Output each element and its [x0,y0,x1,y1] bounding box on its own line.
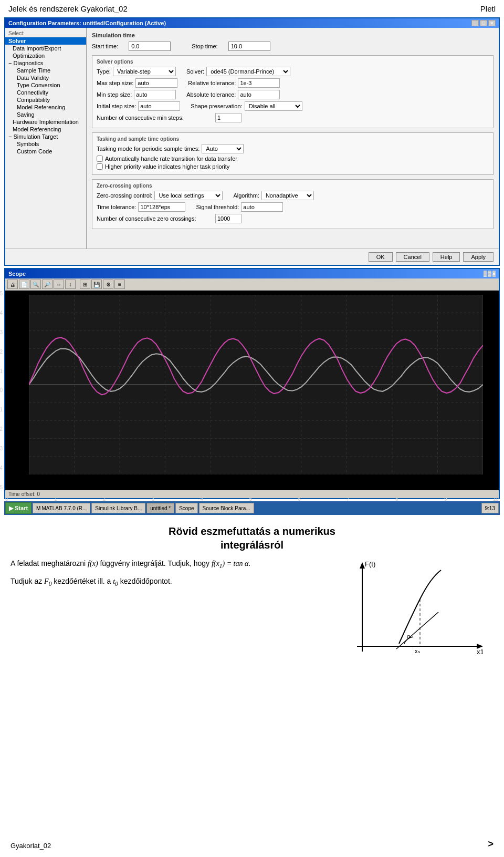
tasking-mode-label: Tasking mode for periodic sample times: [97,146,200,152]
sidebar-item-simulation-target[interactable]: − Simulation Target [5,133,86,140]
config-main: Simulation time Start time: Stop time: S… [87,28,499,249]
scope-y-labels: 5 4 3 2 1 0 -1 -2 -3 -4 -5 [0,291,3,490]
scope-legend-button[interactable]: ≡ [114,280,125,289]
taskbar-scope-label: Scope [179,505,194,511]
rel-tol-input[interactable] [238,78,280,88]
init-step-input[interactable] [138,101,180,111]
tasking-mode-select[interactable]: Auto [202,144,244,153]
taskbar-time: 9:13 [481,503,499,513]
taskbar-source-button[interactable]: Source Block Para... [199,503,254,513]
config-sidebar: Select: Solver Data Import/Export Optimi… [5,28,87,249]
min-step-pair: Min step size: [97,90,176,99]
scope-print-button[interactable]: 🖨 [7,280,18,289]
sidebar-item-optimization[interactable]: Optimization [5,52,86,59]
math-t0: t0 [113,577,118,585]
type-select[interactable]: Variable-step [113,67,176,76]
init-step-label: Initial step size: [97,103,136,109]
header-right-label: Pletl [480,4,496,13]
solver-select[interactable]: ode45 (Dormand-Prince) [206,67,290,76]
sidebar-item-saving[interactable]: Saving [5,111,86,118]
abs-tol-input[interactable] [238,90,280,99]
cancel-button[interactable]: Cancel [396,252,429,262]
scope-zoom-out-button[interactable]: 🔎 [42,280,52,289]
scope-save-button[interactable]: 💾 [91,280,102,289]
auto-rate-checkbox[interactable] [97,156,103,162]
sidebar-item-connectivity[interactable]: Connectivity [5,89,86,96]
svg-line-32 [396,612,438,649]
help-button[interactable]: Help [433,252,460,262]
taskbar-time-value: 9:13 [485,505,495,511]
config-title: Configuration Parameters: untitled/Confi… [8,20,166,26]
taskbar-matlab-button[interactable]: M MATLAB 7.7.0 (R... [33,503,90,513]
start-button[interactable]: ▶ Start [5,502,32,514]
config-close-button[interactable]: × [488,20,496,26]
taskbar-untitled-button[interactable]: untitled * [146,503,174,513]
min-step-input[interactable] [134,90,176,99]
zero-control-select[interactable]: Use local settings [154,191,223,200]
stop-time-input[interactable] [228,42,270,51]
time-tol-input[interactable] [138,202,185,212]
stop-time-label: Stop time: [192,43,218,49]
sidebar-select-label: Select: [5,30,86,37]
solver-options-label: Solver options [97,59,489,65]
ok-button[interactable]: OK [369,252,393,262]
consec-zero-input[interactable] [215,214,242,223]
sidebar-item-model-referencing-sub[interactable]: Model Referencing [5,104,86,111]
taskbar-simulink-button[interactable]: Simulink Library B... [91,503,145,513]
sidebar-item-custom-code[interactable]: Custom Code [5,148,86,155]
sidebar-item-hardware[interactable]: Hardware Implementation [5,118,86,126]
paragraph2: Tudjuk az F0 kezdőértéket ill. a t0 kezd… [10,575,336,590]
text-col: A feladat meghatározni f(x) függvény int… [10,557,336,590]
scope-autoscale-button[interactable]: ⊞ [80,280,90,289]
config-title-bar: Configuration Parameters: untitled/Confi… [5,18,499,28]
taskbar-scope-button[interactable]: Scope [175,503,197,513]
rel-tol-pair: Relative tolerance: [188,78,280,88]
consec-min-input[interactable] [215,113,242,122]
svg-text:x1: x1 [477,648,483,656]
sidebar-item-type-conversion[interactable]: Type Conversion [5,81,86,89]
sidebar-item-symbols[interactable]: Symbols [5,140,86,148]
sidebar-item-diagnostics[interactable]: − Diagnostics [5,59,86,67]
shape-pres-select[interactable]: Disable all [245,101,302,111]
sidebar-item-data-validity[interactable]: Data Validity [5,74,86,81]
signal-thresh-input[interactable] [241,202,283,212]
zero-crossing-label: Zero-crossing options [97,183,489,189]
scope-title: Scope [8,271,26,277]
sidebar-item-model-referencing[interactable]: Model Referencing [5,126,86,133]
scope-restore-button[interactable]: □ [488,271,491,277]
scope-zoomx-button[interactable]: ↔ [54,280,64,289]
content-section: Rövid eszmefuttatás a numerikus integrál… [0,519,504,669]
heading-line1: Rövid eszmefuttatás a numerikus [169,525,335,537]
consec-zero-row: Number of consecutive zero crossings: [97,214,489,223]
sidebar-item-data-import[interactable]: Data Import/Export [5,45,86,52]
math-fx: f(x) [88,560,98,567]
rel-tol-label: Relative tolerance: [188,80,236,86]
signal-thresh-label: Signal threshold: [196,204,239,210]
scope-minimize-button[interactable]: _ [484,271,487,277]
init-step-pair: Initial step size: [97,101,180,111]
sidebar-item-solver[interactable]: Solver [5,37,86,45]
algorithm-label: Algorithm: [233,192,259,199]
max-step-input[interactable] [135,78,177,88]
scope-params-button[interactable]: ⚙ [103,280,113,289]
config-maximize-button[interactable]: □ [480,20,487,26]
start-label: Start [15,505,28,511]
start-time-input[interactable] [129,42,171,51]
start-icon: ▶ [9,505,13,512]
init-step-row: Initial step size: Shape preservation: D… [97,101,489,111]
scope-open-button[interactable]: 📄 [19,280,29,289]
config-minimize-button[interactable]: _ [471,20,479,26]
scope-zoom-in-button[interactable]: 🔍 [30,280,41,289]
higher-priority-checkbox[interactable] [97,163,103,170]
algorithm-select[interactable]: Nonadaptive [261,191,314,200]
consec-min-label: Number of consecutive min steps: [97,115,212,121]
sidebar-item-sample-time[interactable]: Sample Time [5,67,86,74]
consec-zero-label: Number of consecutive zero crossings: [97,215,212,222]
apply-button[interactable]: Apply [463,252,494,262]
sim-time-title: Simulation time [92,32,494,38]
type-pair: Type: Variable-step [97,67,176,76]
page-footer: Gyakorlat_02 > [0,837,504,852]
sidebar-item-compatibility[interactable]: Compatibility [5,96,86,104]
scope-zoomy-button[interactable]: ↕ [65,280,76,289]
scope-close-button[interactable]: × [492,271,496,277]
